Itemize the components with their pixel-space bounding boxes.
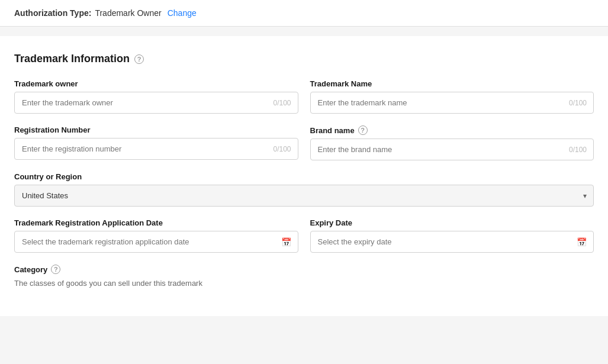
row-dates: Trademark Registration Application Date … [14,218,594,253]
brand-name-help-icon[interactable]: ? [358,125,368,135]
registration-number-label: Registration Number [14,125,298,134]
trademark-name-label: Trademark Name [310,79,594,88]
brand-name-label-text: Brand name [310,126,355,135]
row-country: Country or Region United States China Un… [14,172,594,207]
brand-name-input-wrapper: 0/100 [310,138,594,160]
trademark-owner-input[interactable] [14,92,298,114]
main-content: Trademark Information ? Trademark owner … [0,36,608,316]
field-brand-name: Brand name ? 0/100 [310,125,594,160]
section-title: Trademark Information ? [14,53,594,65]
field-expiry-date: Expiry Date 📅 [310,218,594,253]
registration-date-input[interactable] [14,231,298,253]
row-registration-brand: Registration Number 0/100 Brand name ? 0… [14,125,594,160]
trademark-owner-label: Trademark owner [14,79,298,88]
trademark-owner-input-wrapper: 0/100 [14,92,298,114]
field-country-region: Country or Region United States China Un… [14,172,594,207]
trademark-name-input-wrapper: 0/100 [310,92,594,114]
field-registration-number: Registration Number 0/100 [14,125,298,160]
category-label: Category ? [14,265,594,274]
registration-date-input-wrapper: 📅 [14,231,298,253]
expiry-date-label: Expiry Date [310,218,594,227]
brand-name-input[interactable] [310,138,594,160]
change-link[interactable]: Change [168,8,197,18]
category-label-text: Category [14,265,47,274]
field-registration-date: Trademark Registration Application Date … [14,218,298,253]
row-trademark-owner-name: Trademark owner 0/100 Trademark Name 0/1… [14,79,594,114]
country-select[interactable]: United States China United Kingdom Europ… [14,185,594,207]
field-trademark-owner: Trademark owner 0/100 [14,79,298,114]
trademark-information-title: Trademark Information [14,53,130,65]
category-description: The classes of goods you can sell under … [14,279,594,288]
brand-name-label: Brand name ? [310,125,594,135]
registration-number-input-wrapper: 0/100 [14,138,298,160]
expiry-date-input[interactable] [310,231,594,253]
country-region-label: Country or Region [14,172,594,181]
registration-date-label: Trademark Registration Application Date [14,218,298,227]
auth-type-label: Authorization Type: [14,8,91,18]
trademark-name-input[interactable] [310,92,594,114]
auth-type-value: Trademark Owner [95,8,161,18]
category-help-icon[interactable]: ? [51,265,60,274]
row-category: Category ? The classes of goods you can … [14,265,594,288]
country-select-wrapper: United States China United Kingdom Europ… [14,185,594,207]
section-help-icon[interactable]: ? [134,54,144,64]
registration-number-input[interactable] [14,138,298,160]
top-bar: Authorization Type: Trademark Owner Chan… [0,0,608,27]
field-category: Category ? The classes of goods you can … [14,265,594,288]
expiry-date-input-wrapper: 📅 [310,231,594,253]
field-trademark-name: Trademark Name 0/100 [310,79,594,114]
